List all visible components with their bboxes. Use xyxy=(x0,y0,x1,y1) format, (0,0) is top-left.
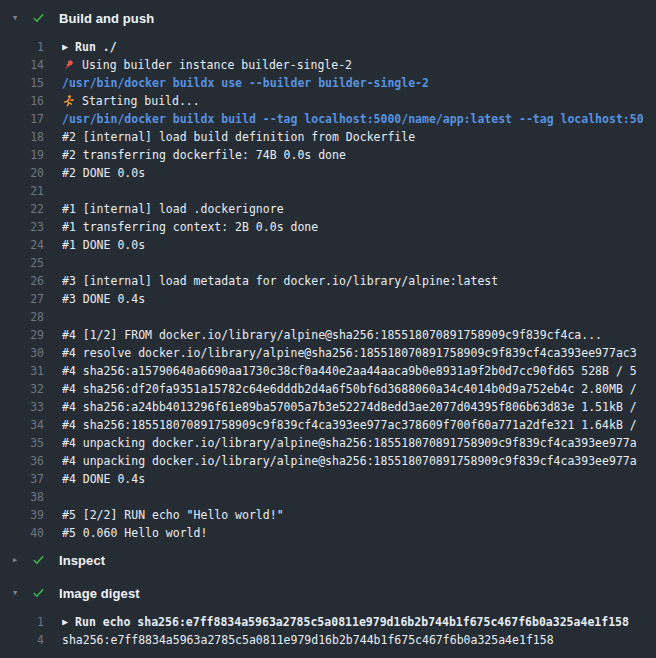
line-text-content: #2 DONE 0.0s xyxy=(62,164,145,182)
line-text-content: #1 DONE 0.0s xyxy=(62,236,145,254)
line-number[interactable]: 32 xyxy=(0,380,44,398)
section-header-build-and-push[interactable]: ▾Build and push xyxy=(0,9,656,27)
line-text: #4 unpacking docker.io/library/alpine@sh… xyxy=(62,434,656,452)
line-number[interactable]: 17 xyxy=(0,110,44,128)
line-text-content: #1 [internal] load .dockerignore xyxy=(62,200,284,218)
line-number[interactable]: 34 xyxy=(0,416,44,434)
line-text-content: #4 DONE 0.4s xyxy=(62,470,145,488)
line-number[interactable]: 23 xyxy=(0,218,44,236)
line-number[interactable]: 14 xyxy=(0,56,44,74)
line-number[interactable]: 22 xyxy=(0,200,44,218)
section-header-image-digest[interactable]: ▾Image digest xyxy=(0,584,656,602)
log-line: 25 xyxy=(0,254,656,272)
log-line: 39#5 [2/2] RUN echo "Hello world!" xyxy=(0,506,656,524)
line-text xyxy=(62,488,656,506)
log-section-inspect: ▸Inspect xyxy=(0,551,656,575)
section-title: Image digest xyxy=(59,586,140,601)
section-log-content: 1▶Run echo sha256:e7ff8834a5963a2785c5a0… xyxy=(0,602,656,649)
line-number[interactable]: 1 xyxy=(0,613,44,631)
line-text: /usr/bin/docker buildx use --builder bui… xyxy=(62,74,656,92)
line-text xyxy=(62,182,656,200)
line-text-content: /usr/bin/docker buildx build --tag local… xyxy=(62,110,644,128)
line-text: #4 sha256:a15790640a6690aa1730c38cf0a440… xyxy=(62,362,656,380)
line-text: Using builder instance builder-single-2 xyxy=(62,56,656,74)
log-section-build-and-push: ▾Build and push1▶Run ./14Using builder i… xyxy=(0,9,656,542)
log-line: 1▶Run ./ xyxy=(0,38,656,56)
line-number[interactable]: 33 xyxy=(0,398,44,416)
line-text: #4 sha256:185518070891758909c9f839cf4ca3… xyxy=(62,416,656,434)
success-check-icon xyxy=(32,586,47,601)
pushpin-icon xyxy=(62,58,75,72)
log-line: 38 xyxy=(0,488,656,506)
line-number[interactable]: 25 xyxy=(0,254,44,272)
check-icon xyxy=(32,586,45,600)
log-line: 15/usr/bin/docker buildx use --builder b… xyxy=(0,74,656,92)
line-text: #1 transferring context: 2B 0.0s done xyxy=(62,218,656,236)
log-line: 24#1 DONE 0.0s xyxy=(0,236,656,254)
line-text: #4 resolve docker.io/library/alpine@sha2… xyxy=(62,344,656,362)
line-number[interactable]: 40 xyxy=(0,524,44,542)
line-number[interactable]: 31 xyxy=(0,362,44,380)
line-text-content: sha256:e7ff8834a5963a2785c5a0811e979d16b… xyxy=(62,631,554,649)
chevron-down-icon[interactable]: ▾ xyxy=(8,584,22,602)
line-number[interactable]: 28 xyxy=(0,308,44,326)
line-number[interactable]: 29 xyxy=(0,326,44,344)
log-line: 36#4 unpacking docker.io/library/alpine@… xyxy=(0,452,656,470)
line-text: #4 DONE 0.4s xyxy=(62,470,656,488)
log-line: 32#4 sha256:df20fa9351a15782c64e6dddb2d4… xyxy=(0,380,656,398)
section-log-content: 1▶Run ./14Using builder instance builder… xyxy=(0,27,656,542)
line-number[interactable]: 27 xyxy=(0,290,44,308)
line-text-content: #3 [internal] load metadata for docker.i… xyxy=(62,272,498,290)
chevron-down-icon[interactable]: ▾ xyxy=(8,9,22,27)
log-line: 16Starting build... xyxy=(0,92,656,110)
play-icon[interactable]: ▶ xyxy=(62,38,68,56)
workflow-log-viewer: ▾Build and push1▶Run ./14Using builder i… xyxy=(0,0,656,658)
success-check-icon xyxy=(32,553,47,568)
line-text-content: #5 0.060 Hello world! xyxy=(62,524,207,542)
log-line: 18#2 [internal] load build definition fr… xyxy=(0,128,656,146)
section-title: Build and push xyxy=(59,11,154,26)
runner-icon xyxy=(62,94,75,108)
chevron-right-icon[interactable]: ▸ xyxy=(8,551,22,569)
line-number[interactable]: 1 xyxy=(0,38,44,56)
line-text: #5 [2/2] RUN echo "Hello world!" xyxy=(62,506,656,524)
line-text-content: Run ./ xyxy=(75,38,117,56)
line-text-content: #5 [2/2] RUN echo "Hello world!" xyxy=(62,506,284,524)
line-text-content: Using builder instance builder-single-2 xyxy=(82,56,352,74)
log-line: 19#2 transferring dockerfile: 74B 0.0s d… xyxy=(0,146,656,164)
line-number[interactable]: 4 xyxy=(0,631,44,649)
line-number[interactable]: 15 xyxy=(0,74,44,92)
log-line: 20#2 DONE 0.0s xyxy=(0,164,656,182)
line-text-content: #4 sha256:df20fa9351a15782c64e6dddb2d4a6… xyxy=(62,380,637,398)
success-check-icon xyxy=(32,11,47,26)
line-text-content: Starting build... xyxy=(82,92,200,110)
line-number[interactable]: 18 xyxy=(0,128,44,146)
line-number[interactable]: 19 xyxy=(0,146,44,164)
log-line: 17/usr/bin/docker buildx build --tag loc… xyxy=(0,110,656,128)
section-header-inspect[interactable]: ▸Inspect xyxy=(0,551,656,569)
line-text-content: #4 [1/2] FROM docker.io/library/alpine@s… xyxy=(62,326,602,344)
line-text: #4 [1/2] FROM docker.io/library/alpine@s… xyxy=(62,326,656,344)
line-text-content: #3 DONE 0.4s xyxy=(62,290,145,308)
line-number[interactable]: 24 xyxy=(0,236,44,254)
log-line: 26#3 [internal] load metadata for docker… xyxy=(0,272,656,290)
line-text: #1 DONE 0.0s xyxy=(62,236,656,254)
play-icon[interactable]: ▶ xyxy=(62,613,68,631)
line-number[interactable]: 30 xyxy=(0,344,44,362)
line-text-content: #4 sha256:a24bb4013296f61e89ba57005a7b3e… xyxy=(62,398,637,416)
line-number[interactable]: 39 xyxy=(0,506,44,524)
line-number[interactable]: 20 xyxy=(0,164,44,182)
line-text: /usr/bin/docker buildx build --tag local… xyxy=(62,110,656,128)
line-number[interactable]: 35 xyxy=(0,434,44,452)
line-number[interactable]: 36 xyxy=(0,452,44,470)
line-text: ▶Run echo sha256:e7ff8834a5963a2785c5a08… xyxy=(62,613,656,631)
line-text: #3 DONE 0.4s xyxy=(62,290,656,308)
line-number[interactable]: 37 xyxy=(0,470,44,488)
line-text-content: #4 sha256:a15790640a6690aa1730c38cf0a440… xyxy=(62,362,637,380)
log-line: 30#4 resolve docker.io/library/alpine@sh… xyxy=(0,344,656,362)
line-number[interactable]: 16 xyxy=(0,92,44,110)
line-number[interactable]: 38 xyxy=(0,488,44,506)
line-text: #3 [internal] load metadata for docker.i… xyxy=(62,272,656,290)
line-number[interactable]: 21 xyxy=(0,182,44,200)
line-number[interactable]: 26 xyxy=(0,272,44,290)
